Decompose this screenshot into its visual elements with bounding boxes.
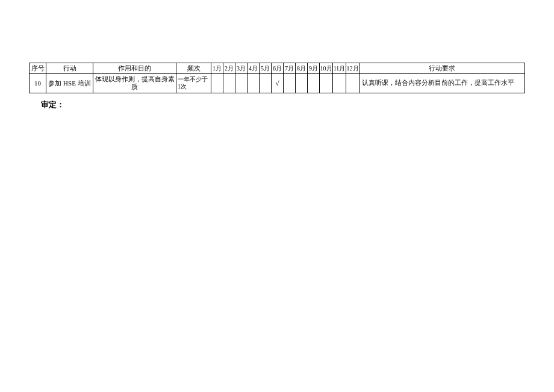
table-row: 10 参加 HSE 培训 体现以身作则，提高自身素质 一年不少于1次 √ 认真听… bbox=[30, 74, 525, 93]
header-month-4: 4月 bbox=[247, 63, 260, 74]
cell-month-8 bbox=[296, 74, 308, 93]
cell-month-11 bbox=[333, 74, 346, 93]
cell-seq: 10 bbox=[30, 74, 46, 93]
header-month-2: 2月 bbox=[223, 63, 235, 74]
cell-month-7 bbox=[284, 74, 296, 93]
cell-month-5 bbox=[260, 74, 272, 93]
header-frequency: 频次 bbox=[176, 63, 211, 74]
cell-month-4 bbox=[247, 74, 260, 93]
cell-requirement: 认真听课，结合内容分析目前的工作，提高工作水平 bbox=[359, 74, 525, 93]
header-month-12: 12月 bbox=[346, 63, 359, 74]
approval-label: 审定： bbox=[41, 99, 554, 110]
cell-frequency: 一年不少于1次 bbox=[176, 74, 211, 93]
header-month-1: 1月 bbox=[211, 63, 223, 74]
header-row: 序号 行动 作用和目的 频次 1月 2月 3月 4月 5月 6月 7月 8月 9… bbox=[30, 63, 525, 74]
cell-month-6: √ bbox=[272, 74, 284, 93]
cell-month-3 bbox=[235, 74, 247, 93]
header-month-3: 3月 bbox=[235, 63, 247, 74]
cell-month-10 bbox=[320, 74, 333, 93]
header-seq: 序号 bbox=[30, 63, 46, 74]
header-requirement: 行动要求 bbox=[359, 63, 525, 74]
cell-month-2 bbox=[223, 74, 235, 93]
cell-month-12 bbox=[346, 74, 359, 93]
table-container: 序号 行动 作用和目的 频次 1月 2月 3月 4月 5月 6月 7月 8月 9… bbox=[29, 63, 525, 93]
header-month-10: 10月 bbox=[320, 63, 333, 74]
header-action: 行动 bbox=[46, 63, 93, 74]
header-purpose: 作用和目的 bbox=[93, 63, 176, 74]
header-month-9: 9月 bbox=[308, 63, 320, 74]
cell-action: 参加 HSE 培训 bbox=[46, 74, 93, 93]
schedule-table: 序号 行动 作用和目的 频次 1月 2月 3月 4月 5月 6月 7月 8月 9… bbox=[29, 63, 525, 93]
header-month-11: 11月 bbox=[333, 63, 346, 74]
header-month-5: 5月 bbox=[260, 63, 272, 74]
cell-month-9 bbox=[308, 74, 320, 93]
cell-month-1 bbox=[211, 74, 223, 93]
header-month-6: 6月 bbox=[272, 63, 284, 74]
cell-purpose: 体现以身作则，提高自身素质 bbox=[93, 74, 176, 93]
header-month-8: 8月 bbox=[296, 63, 308, 74]
header-month-7: 7月 bbox=[284, 63, 296, 74]
